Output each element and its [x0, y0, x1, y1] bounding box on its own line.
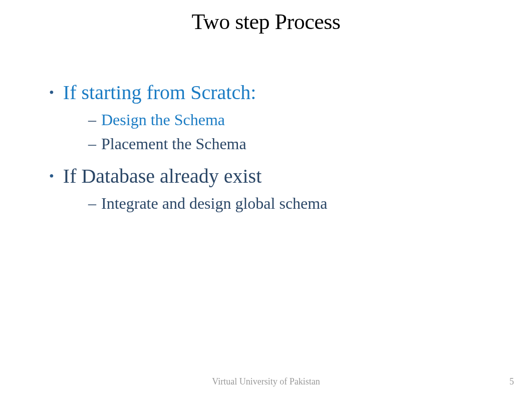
footer-org: Virtual University of Pakistan [0, 376, 532, 387]
bullet-disc-icon: • [49, 83, 54, 102]
bullet-1-text: If starting from Scratch: [63, 80, 256, 106]
slide-content: • If starting from Scratch: – Design the… [0, 35, 532, 214]
sub-1-2-text: Placement the Schema [101, 134, 246, 155]
dash-icon: – [88, 134, 96, 155]
slide-title: Two step Process [0, 0, 532, 35]
dash-icon: – [88, 193, 96, 214]
sub-item-1-2: – Placement the Schema [49, 134, 532, 155]
bullet-2: • If Database already exist [49, 163, 532, 189]
sub-1-1-text: Design the Schema [101, 110, 225, 131]
dash-icon: – [88, 110, 96, 131]
footer-page-number: 5 [509, 376, 514, 387]
bullet-2-text: If Database already exist [63, 163, 261, 189]
sub-2-1-text: Integrate and design global schema [101, 193, 327, 214]
sub-item-2-1: – Integrate and design global schema [49, 193, 532, 214]
bullet-1: • If starting from Scratch: [49, 80, 532, 106]
sub-item-1-1: – Design the Schema [49, 110, 532, 131]
bullet-disc-icon: • [49, 166, 54, 186]
